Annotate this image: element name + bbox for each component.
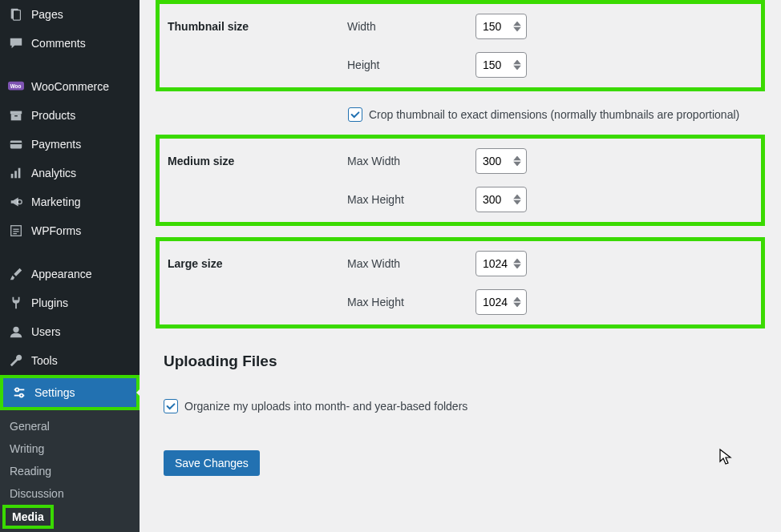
settings-submenu: General Writing Reading Discussion Media [0,410,140,532]
sidebar-item-marketing[interactable]: Marketing [0,187,140,216]
medium-height-label: Max Height [347,193,475,206]
megaphone-icon [8,194,24,210]
large-width-input[interactable] [475,251,527,276]
sidebar-item-label: Plugins [31,296,68,309]
svg-rect-5 [10,111,22,115]
svg-rect-11 [14,171,17,178]
user-icon [8,324,24,340]
organize-checkbox[interactable] [164,399,178,413]
submenu-item-reading[interactable]: Reading [0,460,140,482]
submenu-item-writing[interactable]: Writing [0,437,140,460]
sidebar-item-comments[interactable]: Comments [0,29,140,58]
sidebar-item-label: Pages [31,8,63,21]
sidebar-item-pages[interactable]: Pages [0,0,140,29]
organize-label: Organize my uploads into month- and year… [184,400,467,413]
svg-rect-12 [18,168,21,179]
svg-point-22 [20,394,23,397]
thumbnail-height-input[interactable] [475,52,527,78]
sidebar-item-label: Marketing [31,195,80,208]
svg-text:Woo: Woo [10,83,22,89]
sidebar-item-label: Analytics [31,167,76,179]
svg-rect-1 [13,10,20,21]
sidebar-item-label: Tools [31,354,58,367]
sidebar-item-plugins[interactable]: Plugins [0,288,140,317]
svg-rect-6 [11,114,22,120]
comment-icon [8,35,24,51]
save-changes-button[interactable]: Save Changes [164,450,260,476]
large-size-section: Large size Max Width Max Height [156,237,765,328]
sidebar-item-label: Payments [31,138,81,151]
svg-rect-9 [10,143,22,144]
sidebar-item-analytics[interactable]: Analytics [0,159,140,187]
woo-icon: Woo [8,79,24,95]
crop-checkbox[interactable] [348,107,362,122]
thumbnail-width-label: Width [347,20,475,33]
card-icon [8,136,24,152]
thumbnail-height-label: Height [347,58,475,71]
large-height-input[interactable] [475,289,527,315]
crop-checkbox-row: Crop thumbnail to exact dimensions (norm… [156,103,765,135]
sidebar-item-label: Comments [31,37,86,50]
admin-sidebar: Pages Comments Woo WooCommerce Products … [0,0,140,532]
sidebar-item-woocommerce[interactable]: Woo WooCommerce [0,72,140,101]
uploading-files-heading: Uploading Files [164,353,765,370]
svg-point-18 [13,327,18,332]
sidebar-item-users[interactable]: Users [0,317,140,346]
submenu-item-discussion[interactable]: Discussion [0,482,140,505]
sidebar-item-wpforms[interactable]: WPForms [0,216,140,245]
sidebar-item-products[interactable]: Products [0,101,140,130]
svg-point-21 [15,388,18,391]
sliders-icon [11,385,27,401]
wrench-icon [8,353,24,369]
sidebar-item-payments[interactable]: Payments [0,130,140,159]
medium-size-section: Medium size Max Width Max Height [156,135,765,226]
cursor-icon [718,448,733,468]
sidebar-item-label: Users [31,325,61,338]
brush-icon [8,266,24,282]
sidebar-item-tools[interactable]: Tools [0,346,140,375]
thumbnail-size-section: Thumbnail size Width Height [156,0,765,91]
sidebar-item-label: WooCommerce [31,80,109,93]
submenu-item-general[interactable]: General [0,415,140,437]
medium-width-input[interactable] [475,148,527,174]
medium-width-label: Max Width [347,155,475,167]
svg-rect-14 [11,226,22,236]
sidebar-item-label: WPForms [31,224,81,237]
sidebar-item-label: Settings [34,386,75,399]
bars-icon [8,165,24,181]
thumbnail-width-input[interactable] [475,14,527,39]
settings-media-content: Thumbnail size Width Height [140,0,781,532]
plug-icon [8,295,24,311]
thumbnail-heading: Thumbnail size [160,20,347,33]
medium-heading: Medium size [160,155,347,167]
svg-rect-8 [10,141,22,149]
sidebar-item-label: Appearance [31,268,92,280]
crop-label: Crop thumbnail to exact dimensions (norm… [369,108,739,121]
sidebar-item-appearance[interactable]: Appearance [0,260,140,288]
organize-checkbox-row: Organize my uploads into month- and year… [156,394,765,426]
submenu-item-media[interactable]: Media [6,508,51,526]
wpforms-icon [8,223,24,239]
pages-icon [8,6,24,22]
sidebar-item-settings[interactable]: Settings [3,378,136,407]
svg-rect-10 [11,174,14,178]
archive-icon [8,107,24,123]
large-heading: Large size [160,257,347,270]
sidebar-item-label: Products [31,109,75,122]
large-height-label: Max Height [347,296,475,308]
medium-height-input[interactable] [475,187,527,212]
svg-rect-7 [14,115,18,116]
large-width-label: Max Width [347,257,475,270]
